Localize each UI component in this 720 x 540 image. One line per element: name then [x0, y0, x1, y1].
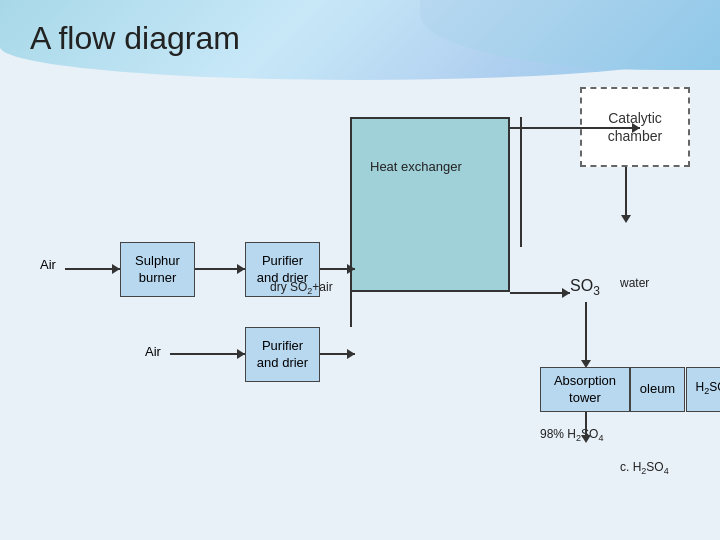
arrow-catalytic-down — [625, 167, 627, 217]
air-2-container: Air — [145, 342, 161, 360]
arrow-up-to-catalytic — [520, 117, 522, 247]
water-container: water — [620, 273, 649, 291]
main-container: A flow diagram Catalytic chamber Heat ex… — [0, 0, 720, 540]
water-label: water — [620, 276, 649, 290]
arrowhead-catalytic-down — [621, 215, 631, 223]
arrowhead-to-catalytic — [632, 123, 640, 133]
air-2-label: Air — [145, 344, 161, 359]
heat-exchanger-label: Heat exchanger — [370, 157, 462, 175]
sulphur-burner-box: Sulphur burner — [120, 242, 195, 297]
absorption-tower-box: Absorption tower — [540, 367, 630, 412]
arrow-so3-down — [585, 302, 587, 362]
sulphur-burner-label: Sulphur burner — [125, 253, 190, 287]
absorption-tower-label: Absorption tower — [545, 373, 625, 407]
dry-so2-air-label: dry SO2+air — [270, 280, 333, 294]
oleum-label: oleum — [640, 381, 675, 398]
air-1-label: Air — [40, 257, 56, 272]
purifier-drier-2-label: Purifier and drier — [250, 338, 315, 372]
arrow-at-down — [585, 412, 587, 437]
flow-diagram: Catalytic chamber Heat exchanger Sulphur… — [30, 87, 690, 507]
so3-label: SO3 — [570, 277, 600, 294]
air-1-container: Air — [40, 255, 56, 273]
c-h2so4-label: c. H2SO4 — [620, 460, 669, 474]
arrow-he-so3 — [510, 292, 570, 294]
page-title: A flow diagram — [30, 20, 690, 57]
arrowhead-air2-p2 — [237, 349, 245, 359]
arrow-recycle-up — [350, 247, 352, 327]
arrowhead-he-so3 — [562, 288, 570, 298]
c-h2so4-container: c. H2SO4 — [620, 457, 669, 476]
h2so4-98-container: 98% H2SO4 — [540, 424, 603, 443]
oleum-box: oleum — [630, 367, 685, 412]
arrowhead-at-down — [581, 435, 591, 443]
h2so4-store-box: H2SO4 store — [686, 367, 720, 412]
so3-container: SO3 — [570, 277, 600, 298]
h2so4-98-label: 98% H2SO4 — [540, 427, 603, 441]
arrow-air2-p2 — [170, 353, 245, 355]
heat-exchanger-area — [350, 117, 510, 292]
h2so4-store-label: H2SO4 store — [695, 380, 720, 398]
dry-so2-air-container: dry SO2+air — [270, 277, 333, 296]
arrowhead-p2-he — [347, 349, 355, 359]
arrowhead-air1 — [112, 264, 120, 274]
arrow-he-up-right — [510, 127, 575, 129]
arrowhead-sb-p1 — [237, 264, 245, 274]
purifier-drier-2-box: Purifier and drier — [245, 327, 320, 382]
